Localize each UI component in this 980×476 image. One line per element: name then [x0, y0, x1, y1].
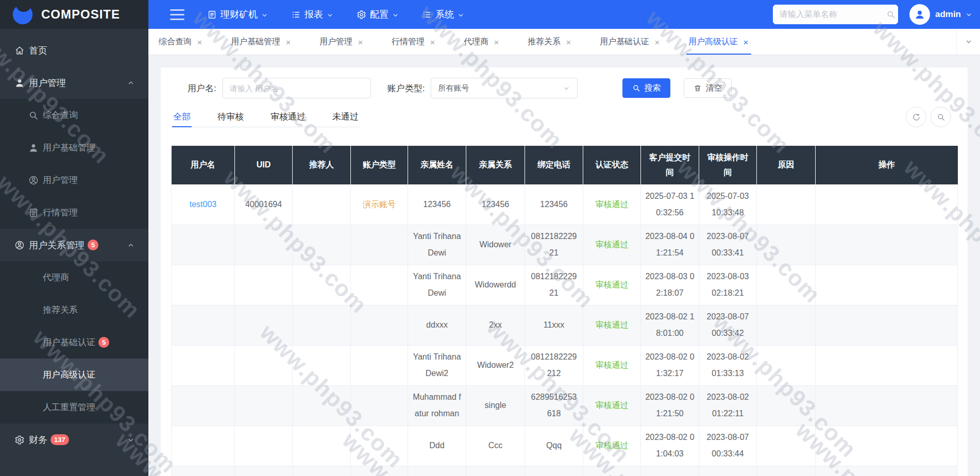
cell-relation: 123456 — [466, 184, 525, 225]
tab-composite-query[interactable]: 综合查询 — [157, 29, 205, 55]
sidebar-item-user-basic-auth[interactable]: 用户基础认证5 — [0, 326, 148, 359]
crescent-moon-icon — [7, 0, 39, 30]
close-icon[interactable] — [565, 39, 572, 45]
tab-user-advanced-auth[interactable]: 用户高级认证 — [686, 29, 751, 55]
cell-reason — [757, 426, 816, 466]
gear-icon — [14, 435, 25, 445]
refresh-button[interactable] — [906, 107, 926, 127]
gear-icon — [357, 10, 366, 20]
status-tab-pending[interactable]: 待审核 — [216, 107, 245, 127]
cell-relation: Widower2 — [466, 345, 525, 385]
sidebar-item-user-relation-management[interactable]: 用户关系管理5 — [0, 229, 148, 261]
cell-uid — [235, 225, 293, 265]
tab-referral-relation[interactable]: 推荐关系 — [526, 29, 574, 55]
sidebar-item-finance[interactable]: 财务137 — [0, 423, 148, 456]
username-label[interactable]: admin — [935, 9, 961, 20]
close-icon[interactable] — [196, 39, 203, 45]
tab-user-basic-management[interactable]: 用户基础管理 — [229, 29, 294, 55]
sidebar-item-agent[interactable]: 代理商 — [0, 261, 148, 294]
menu-search-box — [773, 5, 898, 24]
close-icon[interactable] — [285, 39, 292, 45]
username-link[interactable]: test003 — [190, 200, 216, 209]
status-tab-approved[interactable]: 审核通过 — [269, 107, 307, 127]
top-menu-reports[interactable]: 报表 — [291, 8, 334, 21]
tab-user-management[interactable]: 用户管理 — [317, 29, 366, 55]
sidebar-item-user-basic-management[interactable]: 用户基础管理 — [0, 131, 148, 164]
column-header: 原因 — [757, 146, 816, 184]
table-row: DddCccQqq审核通过2023-08-02 01:04:032023-08-… — [172, 426, 958, 466]
top-menu-configuration[interactable]: 配置 — [357, 8, 399, 21]
chevron-down-icon — [563, 84, 570, 92]
sidebar-item-label: 财务 — [29, 434, 47, 446]
list-icon — [291, 10, 301, 20]
cell-audited-at — [699, 466, 757, 476]
cell-status: 审核通过 — [583, 225, 641, 265]
tab-user-basic-auth[interactable]: 用户基础认证 — [598, 29, 663, 55]
top-menu-system[interactable]: 系统 — [422, 8, 465, 21]
cell-status — [583, 466, 641, 476]
tab-market-management[interactable]: 行情管理 — [390, 29, 438, 55]
cell-phone: 081218222921 — [525, 265, 583, 305]
account-type-select[interactable]: 所有账号 — [431, 78, 578, 98]
clear-button[interactable]: 清空 — [684, 78, 732, 98]
cell-status: 审核通过 — [583, 305, 641, 345]
cell-status: 审核通过 — [583, 385, 641, 426]
sidebar-item-home[interactable]: 首页 — [0, 34, 148, 66]
column-search-button[interactable] — [931, 107, 951, 127]
chevron-up-icon — [127, 241, 135, 249]
username-input[interactable] — [223, 78, 371, 98]
sidebar-item-referral-relation[interactable]: 推荐关系 — [0, 294, 148, 326]
cell-submitted-at: 2023-08-02 01:32:17 — [641, 345, 699, 385]
cell-account-type — [351, 466, 408, 476]
cell-uid: 40001694 — [235, 184, 293, 225]
chevron-down-icon[interactable] — [965, 11, 973, 19]
cell-username — [172, 305, 235, 345]
cell-reason — [757, 305, 816, 345]
cell-uid — [235, 466, 293, 476]
status-tab-all[interactable]: 全部 — [172, 107, 192, 127]
cell-relative-name: Yanti Trihana Dewi2 — [408, 345, 466, 385]
avatar[interactable] — [909, 4, 930, 25]
status-tabs: 全部待审核审核通过未通过 — [171, 107, 361, 127]
sidebar-item-label: 用户关系管理 — [29, 239, 85, 251]
sidebar-item-composite-query[interactable]: 综合查询 — [0, 99, 148, 131]
search-icon[interactable] — [886, 10, 895, 19]
cell-phone: 6289516253618 — [525, 385, 583, 426]
search-icon — [937, 113, 945, 122]
status-tab-rejected[interactable]: 未通过 — [331, 107, 360, 127]
tab-agent[interactable]: 代理商 — [462, 29, 502, 55]
column-header: 亲属姓名 — [408, 146, 466, 184]
chevron-down-icon — [392, 11, 399, 19]
cell-relative-name: Muhammad fatur rohman — [408, 385, 466, 426]
table-row: Muhammad fatur rohmansingle6289516253618… — [172, 385, 958, 426]
top-menu-finance-miner[interactable]: 理财矿机 — [207, 8, 268, 21]
sidebar-item-user-management-sub[interactable]: 用户管理 — [0, 164, 148, 196]
sidebar-item-user-management[interactable]: 用户管理 — [0, 66, 148, 99]
main-column: 理财矿机报表配置系统 admin 综合查询用户基础管理用户管理行情管理代理商推荐… — [148, 0, 980, 476]
search-button[interactable]: 搜索 — [622, 78, 670, 98]
hamburger-menu-icon[interactable] — [170, 9, 184, 20]
cell-action — [816, 225, 958, 265]
sidebar-item-label: 用户基础认证 — [43, 336, 95, 348]
cell-relation: single — [466, 385, 525, 426]
column-header: 用户名 — [172, 146, 235, 184]
sidebar-item-user-advanced-auth[interactable]: 用户高级认证 — [0, 359, 148, 391]
menu-search-input[interactable] — [780, 10, 886, 19]
table-row: Yanti Trihana DewiWidowerdd081218222921审… — [172, 265, 958, 305]
close-icon[interactable] — [429, 39, 436, 45]
sidebar-item-market-management[interactable]: 行情管理 — [0, 196, 148, 229]
close-icon[interactable] — [357, 39, 364, 45]
column-header: 绑定电话 — [525, 146, 583, 184]
close-icon[interactable] — [654, 39, 661, 45]
cell-relation: Ccc — [466, 426, 525, 466]
close-icon[interactable] — [742, 39, 749, 45]
table-row: ddxxx2xx11xxx审核通过2023-08-02 18:01:002023… — [172, 305, 958, 345]
close-icon[interactable] — [493, 39, 500, 45]
column-header: 审核操作时间 — [699, 146, 757, 184]
sidebar-item-manual-reset-management[interactable]: 人工重置管理 — [0, 391, 148, 423]
tabbar-more-button[interactable] — [956, 29, 980, 55]
sidebar: COMPOSITE 首页用户管理综合查询用户基础管理用户管理行情管理用户关系管理… — [0, 0, 148, 476]
column-header: 客户提交时间 — [641, 146, 699, 184]
search-icon — [28, 110, 39, 121]
count-badge: 5 — [98, 337, 109, 348]
